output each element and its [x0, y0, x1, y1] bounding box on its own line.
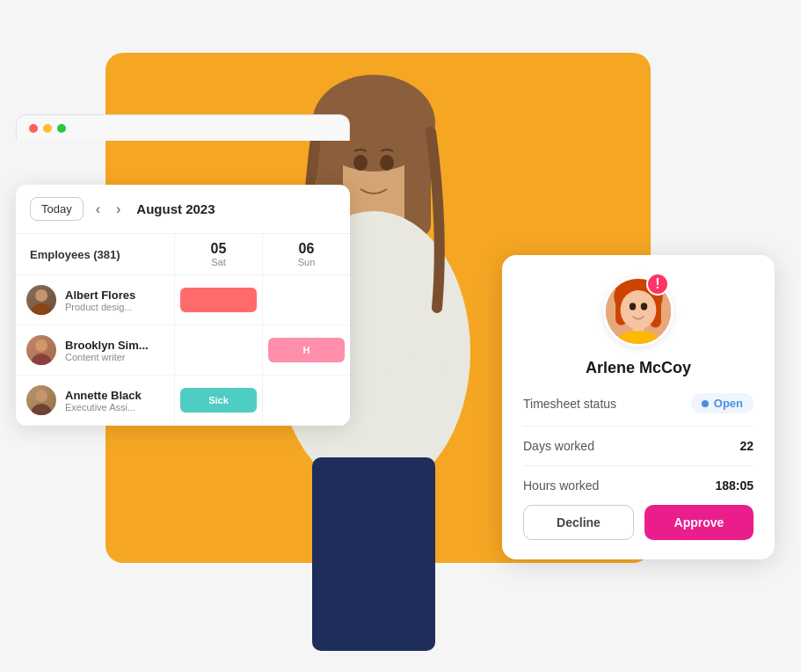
calendar-card: Today ‹ › August 2023 Employees (381) 05… [16, 185, 350, 426]
divider-1 [523, 426, 754, 427]
day-name-sat: Sat [184, 257, 253, 267]
browser-dot-red [29, 124, 38, 133]
svg-point-16 [380, 155, 394, 171]
cell-albert-06 [262, 275, 350, 325]
svg-point-4 [35, 390, 47, 402]
day-col-06: 06 Sun [262, 234, 350, 274]
employee-name-albert: Albert Flores [65, 289, 135, 302]
svg-point-21 [621, 290, 657, 329]
browser-chrome [16, 114, 350, 141]
timesheet-row: Timesheet status Open [523, 393, 754, 413]
cell-albert-05 [174, 275, 262, 325]
table-row: Annette Black Executive Assi... Sick [16, 376, 350, 426]
cell-annette-06 [262, 376, 350, 425]
cell-annette-05: Sick [174, 376, 262, 425]
card-avatar-wrapper: ! [523, 276, 754, 347]
day-name-sun: Sun [272, 257, 341, 267]
shift-block-red [180, 288, 257, 312]
days-worked-value: 22 [739, 439, 754, 453]
next-arrow-button[interactable]: › [113, 200, 124, 219]
employee-text-albert: Albert Flores Product desig... [65, 289, 135, 312]
svg-point-5 [32, 404, 51, 415]
decline-button[interactable]: Decline [523, 505, 634, 540]
alert-badge: ! [646, 273, 669, 296]
svg-point-0 [35, 289, 47, 302]
timesheet-status-text: Open [714, 397, 743, 410]
hours-worked-row: Hours worked 188:05 [523, 478, 754, 493]
cell-brooklyn-06: H [262, 325, 350, 375]
employee-info-annette: Annette Black Executive Assi... [16, 378, 174, 422]
employee-name-brooklyn: Brooklyn Sim... [65, 339, 149, 352]
day-num-06: 06 [272, 241, 341, 257]
calendar-column-headers: Employees (381) 05 Sat 06 Sun [16, 234, 350, 275]
svg-point-22 [630, 303, 636, 310]
hours-worked-value: 188:05 [715, 478, 754, 493]
employee-card-name: Arlene McCoy [523, 359, 754, 377]
calendar-grid: Employees (381) 05 Sat 06 Sun Al [16, 234, 350, 426]
browser-dot-green [57, 124, 66, 133]
svg-rect-14 [312, 457, 435, 651]
status-dot [702, 400, 709, 407]
svg-point-3 [32, 354, 51, 365]
svg-point-2 [35, 340, 47, 352]
employee-name-annette: Annette Black [65, 389, 142, 402]
employees-column-header: Employees (381) [16, 234, 174, 274]
table-row: Albert Flores Product desig... [16, 275, 350, 325]
days-worked-row: Days worked 22 [523, 439, 754, 453]
employee-info-albert: Albert Flores Product desig... [16, 278, 174, 322]
employee-detail-card: ! Arlene McCoy [502, 255, 775, 559]
svg-point-15 [353, 155, 368, 171]
shift-block-teal: Sick [180, 388, 257, 413]
calendar-header: Today ‹ › August 2023 [16, 185, 350, 234]
avatar-annette [26, 385, 56, 415]
timesheet-status-badge: Open [691, 393, 754, 413]
month-label: August 2023 [136, 201, 215, 216]
approve-button[interactable]: Approve [644, 505, 754, 540]
employee-role-brooklyn: Content writer [65, 352, 149, 362]
table-row: Brooklyn Sim... Content writer H [16, 325, 350, 376]
shift-block-pink: H [268, 338, 345, 362]
avatar-albert [26, 285, 56, 315]
divider-2 [523, 465, 754, 466]
employee-info-brooklyn: Brooklyn Sim... Content writer [16, 328, 174, 372]
timesheet-label: Timesheet status [523, 397, 616, 411]
svg-point-1 [32, 303, 51, 315]
prev-arrow-button[interactable]: ‹ [92, 200, 104, 219]
hours-worked-label: Hours worked [523, 478, 599, 493]
day-col-05: 05 Sat [174, 234, 262, 274]
cell-brooklyn-05 [174, 325, 262, 375]
days-worked-label: Days worked [523, 439, 594, 453]
svg-point-23 [641, 303, 647, 310]
today-button[interactable]: Today [30, 197, 84, 221]
day-num-05: 05 [184, 241, 253, 257]
card-actions: Decline Approve [523, 505, 754, 540]
browser-dot-yellow [43, 124, 52, 133]
avatar-brooklyn [26, 335, 56, 365]
employee-role-annette: Executive Assi... [65, 402, 142, 413]
employee-role-albert: Product desig... [65, 302, 135, 312]
employee-text-annette: Annette Black Executive Assi... [65, 389, 142, 413]
employee-text-brooklyn: Brooklyn Sim... Content writer [65, 339, 149, 362]
